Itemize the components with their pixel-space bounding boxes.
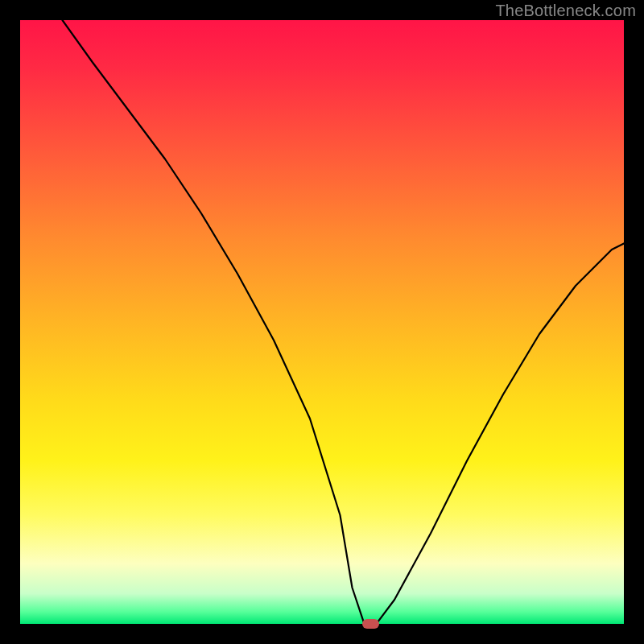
- bottleneck-curve: [20, 20, 624, 624]
- watermark-text: TheBottleneck.com: [495, 2, 636, 20]
- curve-path: [63, 20, 625, 624]
- plot-area: [20, 20, 624, 624]
- minimum-marker: [362, 619, 379, 629]
- chart-frame: TheBottleneck.com: [0, 0, 644, 644]
